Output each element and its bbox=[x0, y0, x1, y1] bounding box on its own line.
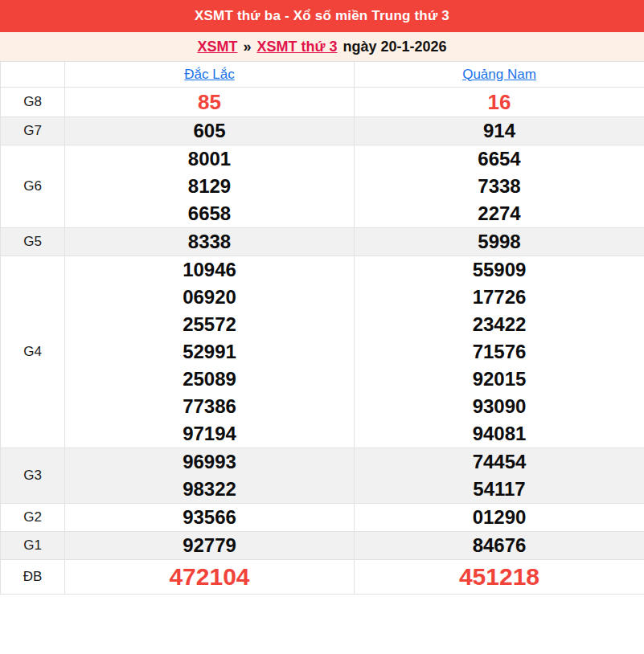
prize-number: 93090 bbox=[355, 393, 644, 420]
prize-label: G7 bbox=[1, 117, 65, 145]
prize-cell-dac-lac: 10946069202557252991250897738697194 bbox=[65, 256, 355, 448]
breadcrumb-date: ngày 20-1-2026 bbox=[343, 39, 447, 55]
prize-number: 74454 bbox=[355, 448, 644, 476]
prize-number: 8129 bbox=[65, 173, 354, 200]
prize-number: 16 bbox=[355, 88, 644, 116]
column-header-quang-nam: Quảng Nam bbox=[355, 62, 644, 88]
prize-number: 6654 bbox=[355, 145, 644, 173]
prize-number: 01290 bbox=[355, 504, 644, 531]
prize-number: 10946 bbox=[65, 256, 354, 284]
prize-number: 92015 bbox=[355, 366, 644, 393]
table-row-g4: G410946069202557252991250897738697194559… bbox=[1, 256, 644, 448]
breadcrumb-separator: » bbox=[243, 39, 251, 55]
prize-number: 451218 bbox=[355, 560, 644, 594]
corner-cell bbox=[1, 62, 65, 88]
prize-cell-quang-nam: 7445454117 bbox=[355, 448, 644, 504]
table-row-g2: G29356601290 bbox=[1, 504, 644, 532]
breadcrumb-link-xsmt-thu-3[interactable]: XSMT thứ 3 bbox=[256, 39, 337, 55]
prize-label: G1 bbox=[1, 532, 65, 560]
prize-number: 914 bbox=[355, 117, 644, 145]
prize-cell-quang-nam: 16 bbox=[355, 88, 644, 117]
prize-cell-quang-nam: 914 bbox=[355, 117, 644, 145]
prize-number: 5998 bbox=[355, 228, 644, 255]
prize-label: G8 bbox=[1, 88, 65, 117]
prize-number: 96993 bbox=[65, 448, 354, 476]
prize-number: 25089 bbox=[65, 366, 354, 393]
column-link-quang-nam[interactable]: Quảng Nam bbox=[462, 67, 536, 82]
prize-label: G4 bbox=[1, 256, 65, 448]
prize-number: 97194 bbox=[65, 420, 354, 448]
prize-cell-quang-nam: 01290 bbox=[355, 504, 644, 532]
prize-number: 06920 bbox=[65, 284, 354, 311]
prize-label: G3 bbox=[1, 448, 65, 504]
prize-cell-dac-lac: 93566 bbox=[65, 504, 355, 532]
prize-cell-dac-lac: 800181296658 bbox=[65, 145, 355, 228]
prize-number: 6658 bbox=[65, 200, 354, 227]
prize-number: 605 bbox=[65, 117, 354, 145]
prize-label: G6 bbox=[1, 145, 65, 228]
table-row-đb: ĐB472104451218 bbox=[1, 560, 644, 595]
prize-cell-dac-lac: 605 bbox=[65, 117, 355, 145]
prize-cell-dac-lac: 85 bbox=[65, 88, 355, 117]
prize-number: 84676 bbox=[355, 532, 644, 559]
prize-number: 77386 bbox=[65, 393, 354, 420]
prize-cell-quang-nam: 665473382274 bbox=[355, 145, 644, 228]
prize-number: 85 bbox=[65, 88, 354, 116]
prize-cell-quang-nam: 55909177262342271576920159309094081 bbox=[355, 256, 644, 448]
table-row-g1: G19277984676 bbox=[1, 532, 644, 560]
title-bar: XSMT thứ ba - Xổ số miền Trung thứ 3 bbox=[0, 0, 644, 32]
prize-number: 7338 bbox=[355, 173, 644, 200]
prize-cell-quang-nam: 5998 bbox=[355, 228, 644, 256]
page: XSMT thứ ba - Xổ số miền Trung thứ 3 XSM… bbox=[0, 0, 644, 654]
results-tbody: G88516G7605914G6800181296658665473382274… bbox=[1, 88, 644, 595]
prize-number: 92779 bbox=[65, 532, 354, 559]
prize-label: G5 bbox=[1, 228, 65, 256]
prize-number: 8338 bbox=[65, 228, 354, 255]
prize-number: 2274 bbox=[355, 200, 644, 227]
prize-cell-quang-nam: 451218 bbox=[355, 560, 644, 595]
prize-number: 23422 bbox=[355, 311, 644, 338]
prize-cell-dac-lac: 472104 bbox=[65, 560, 355, 595]
table-row-g3: G396993983227445454117 bbox=[1, 448, 644, 504]
table-row-g6: G6800181296658665473382274 bbox=[1, 145, 644, 228]
prize-label: G2 bbox=[1, 504, 65, 532]
table-row-g8: G88516 bbox=[1, 88, 644, 117]
prize-number: 25572 bbox=[65, 311, 354, 338]
breadcrumb: XSMT » XSMT thứ 3 ngày 20-1-2026 bbox=[0, 32, 644, 61]
prize-label: ĐB bbox=[1, 560, 65, 595]
prize-cell-dac-lac: 92779 bbox=[65, 532, 355, 560]
column-header-dac-lac: Đắc Lắc bbox=[65, 62, 355, 88]
prize-number: 17726 bbox=[355, 284, 644, 311]
table-row-g7: G7605914 bbox=[1, 117, 644, 145]
table-row-g5: G583385998 bbox=[1, 228, 644, 256]
breadcrumb-link-xsmt[interactable]: XSMT bbox=[197, 39, 237, 55]
column-link-dac-lac[interactable]: Đắc Lắc bbox=[184, 67, 234, 82]
prize-number: 94081 bbox=[355, 420, 644, 448]
prize-number: 71576 bbox=[355, 338, 644, 366]
prize-number: 52991 bbox=[65, 338, 354, 366]
prize-number: 55909 bbox=[355, 256, 644, 284]
prize-number: 8001 bbox=[65, 145, 354, 173]
prize-cell-quang-nam: 84676 bbox=[355, 532, 644, 560]
results-table: Đắc Lắc Quảng Nam G88516G7605914G6800181… bbox=[0, 61, 644, 595]
page-title: XSMT thứ ba - Xổ số miền Trung thứ 3 bbox=[195, 8, 449, 24]
prize-cell-dac-lac: 8338 bbox=[65, 228, 355, 256]
prize-number: 472104 bbox=[65, 560, 354, 594]
prize-number: 54117 bbox=[355, 476, 644, 503]
prize-cell-dac-lac: 9699398322 bbox=[65, 448, 355, 504]
prize-number: 93566 bbox=[65, 504, 354, 531]
column-header-row: Đắc Lắc Quảng Nam bbox=[1, 62, 644, 88]
prize-number: 98322 bbox=[65, 476, 354, 503]
